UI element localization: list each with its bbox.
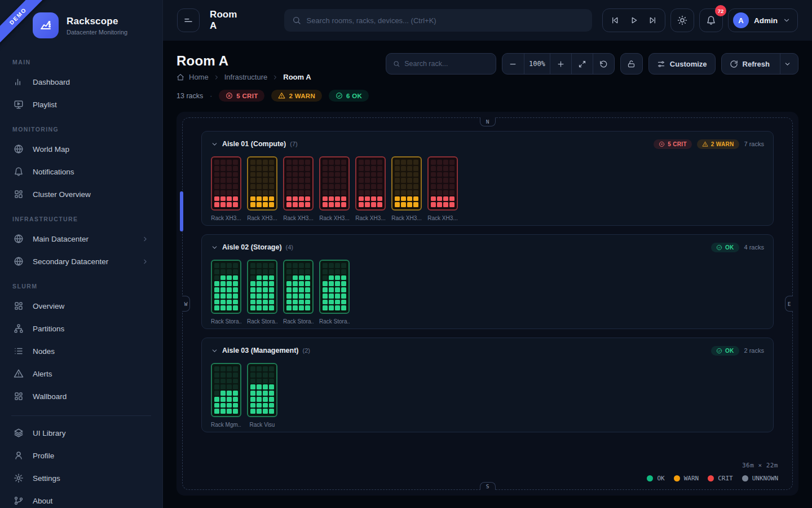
grid-icon [14,189,24,199]
rack-unit-cell [286,275,292,281]
breadcrumb-home[interactable]: Home [189,73,209,81]
rack-tile[interactable]: Rack Stora... [247,260,277,325]
sun-icon [677,15,687,25]
global-search-input[interactable] [307,16,584,25]
rack-unit-cell [443,184,448,189]
rack-unit-cell [263,287,268,292]
rack-unit-cell [269,379,274,384]
rack-unit-cell [323,178,328,183]
rack-unit-cell [263,373,268,378]
room-stats: 13 racks · 5 CRIT 2 WARN 6 OK [176,90,369,102]
rack-tile[interactable]: Rack XH3... [319,156,350,221]
skip-back-button[interactable] [605,11,624,30]
sidebar-item-ui-library[interactable]: UI Library [7,422,156,444]
sidebar-item-dashboard[interactable]: Dashboard [7,71,156,93]
sidebar-item-main-datacenter[interactable]: Main Datacenter [7,227,156,250]
rack-unit-cell [323,275,328,281]
rack-unit-grid [283,156,314,211]
rack-unit-cell [214,379,219,384]
rack-search-input[interactable] [404,60,489,68]
rack-tile[interactable]: Rack Visu [247,363,277,428]
globe-icon [14,234,24,244]
user-menu[interactable]: A Admin [728,8,798,32]
fit-view-button[interactable] [571,54,593,74]
rack-unit-cell [443,172,448,177]
sidebar-item-cluster-overview[interactable]: Cluster Overview [7,183,156,205]
rack-unit-cell [250,300,255,305]
rack-tile[interactable]: Rack XH3... [283,156,314,221]
sidebar-item-about[interactable]: About [7,489,156,508]
rack-tile[interactable]: Rack XH3... [391,156,422,221]
refresh-button[interactable]: Refresh [721,53,798,75]
floorplan-canvas[interactable]: N S E W Aisle 01 (Compute)(7)5 CRIT2 WAR… [176,112,798,496]
rack-tile[interactable]: Rack Mgm... [211,363,241,428]
sidebar-item-notifications[interactable]: Notifications [7,160,156,183]
rack-unit-cell [286,190,292,195]
rack-unit-cell [233,287,238,292]
zoom-out-button[interactable] [502,54,524,74]
nav-section-label: MONITORING [12,126,150,133]
rack-unit-cell [335,305,340,310]
scroll-indicator[interactable] [180,191,183,231]
legend-dot [708,475,714,481]
customize-button[interactable]: Customize [648,53,716,75]
rack-unit-cell [263,379,268,384]
zoom-in-button[interactable] [550,54,571,74]
global-search[interactable] [284,9,592,32]
rack-unit-cell [263,263,268,268]
notifications-button[interactable]: 72 [699,8,723,32]
sidebar-item-overview[interactable]: Overview [7,295,156,317]
rack-unit-cell [263,172,268,177]
sidebar-item-playlist[interactable]: Playlist [7,93,156,116]
breadcrumb-infrastructure[interactable]: Infrastructure [224,73,268,81]
git-branch-icon [14,496,24,506]
rack-tile[interactable]: Rack XH3... [427,156,458,221]
reset-view-button[interactable] [593,54,614,74]
rack-unit-grid [211,260,241,314]
menu-button[interactable] [177,8,200,32]
rack-unit-cell [293,263,298,268]
skip-forward-button[interactable] [643,11,663,30]
sidebar-item-profile[interactable]: Profile [7,444,156,467]
lock-button[interactable] [620,53,643,75]
sidebar-item-wallboard[interactable]: Wallboard [7,385,156,408]
rack-unit-cell [335,196,340,202]
rack-unit-cell [329,172,334,177]
sidebar-item-label: UI Library [33,429,66,437]
chevron-down-icon[interactable] [211,244,218,251]
sidebar-item-alerts[interactable]: Alerts [7,362,156,385]
rack-unit-cell [227,178,232,183]
rack-unit-cell [323,160,328,165]
rack-unit-cell [250,184,255,189]
rack-unit-cell [220,160,226,165]
chevron-down-icon[interactable] [211,141,218,148]
rack-tile[interactable]: Rack XH3... [355,156,386,221]
rack-tile[interactable]: Rack Stora... [319,260,350,325]
rack-unit-cell [305,263,310,268]
rack-unit-cell [293,275,298,281]
sidebar-item-nodes[interactable]: Nodes [7,340,156,362]
sidebar-item-label: Dashboard [33,78,70,86]
rack-unit-cell [401,196,406,202]
sidebar-item-secondary-datacenter[interactable]: Secondary Datacenter [7,250,156,273]
rack-tile[interactable]: Rack Stora... [211,260,241,325]
rack-tile[interactable]: Rack XH3... [247,156,277,221]
sidebar-item-world-map[interactable]: World Map [7,138,156,160]
rack-unit-cell [341,263,346,268]
rack-search[interactable] [386,53,496,75]
rack-unit-cell [269,300,274,305]
rack-tile[interactable]: Rack XH3... [211,156,241,221]
rack-unit-cell [257,202,262,207]
refresh-options-button[interactable] [780,54,795,74]
play-button[interactable] [624,11,643,30]
sidebar-item-partitions[interactable]: Partitions [7,317,156,340]
rack-tile[interactable]: Rack Stora... [283,260,314,325]
rack-unit-cell [227,294,232,299]
rack-unit-cell [401,202,406,207]
theme-toggle-button[interactable] [670,8,694,32]
chevron-down-icon[interactable] [211,347,218,354]
rack-unit-cell [323,287,328,292]
sidebar-item-settings[interactable]: Settings [7,467,156,489]
rack-unit-cell [214,384,219,389]
rack-label: Rack Stora... [319,318,350,325]
